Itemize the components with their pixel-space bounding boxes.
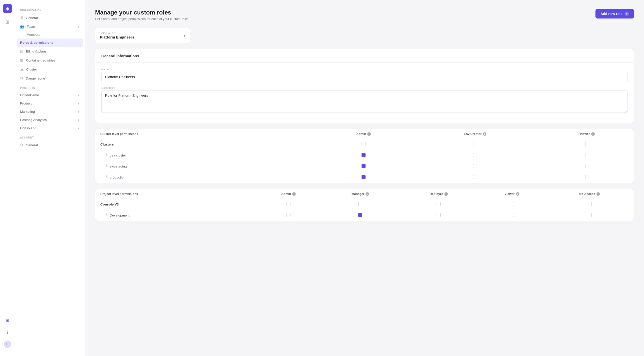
row-name-production: └ production — [95, 172, 318, 183]
deployer-info-icon: i — [444, 192, 448, 196]
cluster-col-viewer: Viewer i — [541, 129, 634, 139]
manager-info-icon: i — [366, 192, 369, 196]
desc-input[interactable]: Role for Platform Engineers — [101, 90, 628, 113]
cb-dev-viewer[interactable] — [541, 150, 634, 161]
cb-consolev3-manager[interactable] — [322, 199, 399, 210]
admin-info-icon: i — [367, 132, 371, 136]
onfidodemo-chevron-icon: ▼ — [77, 94, 80, 97]
cb-eks-env-creator[interactable] — [409, 161, 541, 172]
sidebar-item-danger[interactable]: ⚙ Danger zone — [15, 74, 85, 83]
container-icon: ▦ — [20, 58, 24, 62]
cb-dev-proj-deployer[interactable] — [399, 210, 478, 221]
project-permissions-card: Project level permissions Admin i Manage… — [95, 189, 634, 221]
icon-rail: ◈ ⊞ ⚙ ℹ U — [0, 0, 15, 356]
cb-dev-admin[interactable] — [318, 150, 409, 161]
posthog-chevron-icon: ▼ — [77, 118, 80, 122]
cb-clusters-viewer[interactable] — [541, 139, 634, 150]
row-name-dev-cluster: └ dev cluster — [95, 150, 318, 161]
desc-label: Description — [101, 86, 628, 89]
cb-production-admin[interactable] — [318, 172, 409, 183]
sidebar-item-product[interactable]: Product ▼ — [15, 99, 85, 108]
table-row: └ production — [95, 172, 634, 183]
projects-section-label: PROJECTS — [15, 83, 85, 91]
general-info-card: General informations Name Description Ro… — [95, 49, 634, 123]
acc-gear-icon: ⚙ — [20, 143, 23, 147]
sidebar-item-container-registries[interactable]: ▦ Container registries — [15, 56, 85, 65]
cb-eks-admin[interactable] — [318, 161, 409, 172]
cb-consolev3-admin[interactable] — [255, 199, 322, 210]
cb-clusters-env-creator[interactable] — [409, 139, 541, 150]
proj-col-manager: Manager i — [322, 189, 399, 199]
sidebar-item-acc-general[interactable]: ⚙ General — [15, 140, 85, 150]
role-select-value: Platform Engineers — [100, 35, 134, 39]
sidebar-item-general[interactable]: ⚙ General — [15, 13, 85, 22]
cb-production-env-creator[interactable] — [409, 172, 541, 183]
role-select-dropdown[interactable]: Select a role Platform Engineers ▾ — [95, 28, 190, 43]
env-creator-info-icon: i — [483, 132, 486, 136]
cluster-col-admin: Admin i — [318, 129, 409, 139]
sidebar-item-onfidodemo[interactable]: OnfidoDemo ▼ — [15, 91, 85, 99]
table-row: └ eks staging — [95, 161, 634, 172]
name-input[interactable] — [101, 72, 628, 82]
proj-col-deployer: Deployer i — [399, 189, 478, 199]
main-content: Manage your custom roles Set cluster and… — [85, 0, 644, 356]
org-section-label: ORGANIZATION — [15, 5, 85, 13]
sidebar-item-cluster[interactable]: ☁ Cluster — [15, 65, 85, 74]
info-rail-icon[interactable]: ℹ — [4, 328, 12, 336]
cb-dev-proj-manager[interactable] — [322, 210, 399, 221]
account-section-label: ACCOUNT — [15, 132, 85, 140]
cb-dev-proj-admin[interactable] — [255, 210, 322, 221]
sidebar-item-consolev3[interactable]: Console V3 ▼ — [15, 124, 85, 132]
proj-col-viewer: Viewer i — [478, 189, 546, 199]
sidebar-item-billing[interactable]: ▤ Biling & plans — [15, 47, 85, 56]
page-header: Manage your custom roles Set cluster and… — [95, 9, 634, 21]
app-logo[interactable]: ◈ — [3, 4, 12, 13]
row-name-consolev3: Console V3 — [95, 199, 255, 210]
consolev3-chevron-icon: ▼ — [77, 127, 80, 130]
cb-dev-proj-viewer[interactable] — [478, 210, 546, 221]
cluster-permissions-table: Cluster level permissions Admin i Env Cr… — [95, 129, 634, 183]
plus-icon: + — [624, 12, 629, 16]
billing-icon: ▤ — [20, 49, 24, 54]
cb-production-viewer[interactable] — [541, 172, 634, 183]
layers-icon[interactable]: ⊞ — [4, 18, 12, 26]
proj-viewer-info-icon: i — [516, 192, 519, 196]
danger-icon: ⚙ — [20, 76, 23, 80]
proj-col-no-access: No Access i — [545, 189, 634, 199]
sidebar-item-marketing[interactable]: Marketing ▼ — [15, 108, 85, 116]
cb-eks-viewer[interactable] — [541, 161, 634, 172]
cluster-col-env-creator: Env Creator i — [409, 129, 541, 139]
proj-admin-info-icon: i — [292, 192, 296, 196]
row-name-development: └ Development — [95, 210, 255, 221]
no-access-info-icon: i — [596, 192, 600, 196]
sidebar-item-team[interactable]: 👥 Team ▲ — [15, 22, 85, 31]
marketing-chevron-icon: ▼ — [77, 110, 80, 113]
desc-field-group: Description Role for Platform Engineers — [101, 86, 628, 114]
general-info-header: General informations — [95, 49, 634, 63]
cb-consolev3-viewer[interactable] — [478, 199, 546, 210]
cb-dev-env-creator[interactable] — [409, 150, 541, 161]
proj-col-name: Project level permissions — [95, 189, 255, 199]
table-row: Console V3 — [95, 199, 634, 210]
sidebar-item-members[interactable]: Members — [15, 31, 85, 38]
sidebar-item-roles[interactable]: Roles & permissions — [17, 38, 83, 47]
row-name-clusters: Clusters — [95, 139, 318, 150]
cluster-col-name: Cluster level permissions — [95, 129, 318, 139]
project-permissions-table: Project level permissions Admin i Manage… — [95, 189, 634, 221]
page-title: Manage your custom roles — [95, 9, 189, 16]
role-select-chevron-icon: ▾ — [184, 34, 185, 38]
cb-dev-proj-no-access[interactable] — [545, 210, 634, 221]
sidebar-item-posthog[interactable]: Posthog Analytics ▼ — [15, 116, 85, 124]
name-field-group: Name — [101, 68, 628, 82]
proj-col-admin: Admin i — [255, 189, 322, 199]
cluster-permissions-card: Cluster level permissions Admin i Env Cr… — [95, 129, 634, 183]
row-name-eks-staging: └ eks staging — [95, 161, 318, 172]
cb-consolev3-deployer[interactable] — [399, 199, 478, 210]
add-new-role-button[interactable]: Add new role + — [595, 9, 634, 18]
cb-clusters-admin[interactable] — [318, 139, 409, 150]
gear-icon: ⚙ — [20, 16, 23, 20]
cb-consolev3-no-access[interactable] — [545, 199, 634, 210]
team-chevron-icon: ▲ — [77, 25, 80, 28]
user-avatar-icon[interactable]: U — [4, 340, 11, 348]
settings-icon[interactable]: ⚙ — [4, 316, 12, 324]
